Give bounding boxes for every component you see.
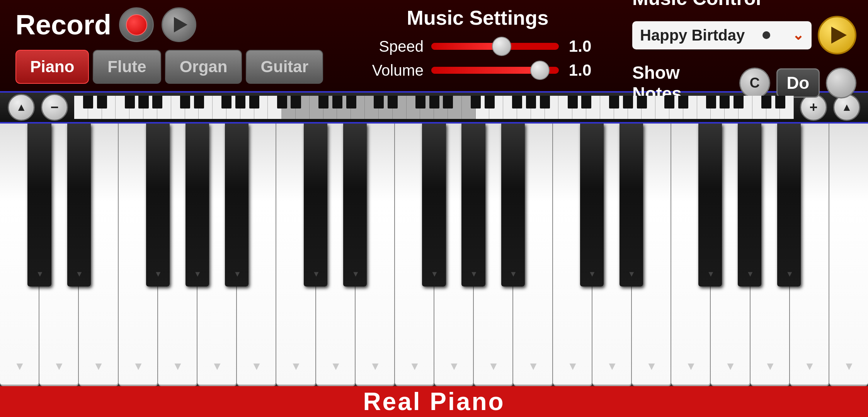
white-key[interactable] (829, 124, 868, 386)
control-title: Music Control (632, 0, 761, 10)
mini-white-key[interactable] (420, 96, 434, 119)
music-settings: Music Settings Speed 1.0 Volume 1.0 (339, 6, 617, 85)
record-button[interactable] (119, 7, 154, 42)
mini-white-key[interactable] (642, 96, 655, 119)
mini-white-key[interactable] (669, 96, 683, 119)
mini-white-key[interactable] (337, 96, 351, 119)
mini-white-key[interactable] (171, 96, 185, 119)
mini-white-key[interactable] (448, 96, 462, 119)
footer-title: Real Piano (363, 387, 505, 416)
black-key[interactable] (698, 124, 722, 286)
record-indicator (126, 14, 147, 36)
mini-white-key[interactable] (254, 96, 268, 119)
zoom-out-button[interactable] (41, 94, 68, 121)
mini-white-key[interactable] (614, 96, 628, 119)
play-button-small[interactable] (162, 7, 196, 42)
black-key[interactable] (777, 124, 801, 286)
mini-white-key[interactable] (655, 96, 669, 119)
mini-white-key[interactable] (310, 96, 323, 119)
mini-white-key[interactable] (226, 96, 240, 119)
mini-white-key[interactable] (323, 96, 337, 119)
mini-white-key[interactable] (558, 96, 572, 119)
mini-white-key[interactable] (365, 96, 379, 119)
mini-white-key[interactable] (586, 96, 600, 119)
mini-white-key[interactable] (129, 96, 143, 119)
mini-white-key[interactable] (739, 96, 752, 119)
speed-track (431, 43, 559, 50)
song-selector[interactable]: Happy Birtday ⌄ (632, 21, 812, 49)
mini-white-key[interactable] (462, 96, 476, 119)
mini-white-key[interactable] (74, 96, 88, 119)
black-key[interactable] (27, 124, 51, 286)
organ-button[interactable]: Organ (165, 50, 242, 84)
mini-white-key[interactable] (143, 96, 157, 119)
black-key[interactable] (738, 124, 761, 286)
mini-white-key[interactable] (199, 96, 213, 119)
piano-button[interactable]: Piano (15, 50, 89, 84)
mini-white-key[interactable] (240, 96, 254, 119)
mini-white-key[interactable] (503, 96, 517, 119)
mini-white-key[interactable] (296, 96, 310, 119)
black-key[interactable] (461, 124, 485, 286)
volume-slider-row: Volume 1.0 (362, 61, 594, 80)
mini-white-key[interactable] (351, 96, 365, 119)
black-key[interactable] (304, 124, 327, 286)
black-key[interactable] (343, 124, 367, 286)
note-do-button[interactable]: Do (776, 68, 820, 98)
mini-white-key[interactable] (282, 96, 296, 119)
black-key[interactable] (146, 124, 170, 286)
black-key[interactable] (67, 124, 91, 286)
instrument-buttons: Piano Flute Organ Guitar (15, 50, 323, 84)
settings-knob[interactable] (826, 68, 856, 98)
mini-white-key[interactable] (725, 96, 739, 119)
mini-white-key[interactable] (780, 96, 794, 119)
mini-white-key[interactable] (697, 96, 711, 119)
record-title-row: Record (15, 7, 196, 42)
speed-fill (431, 43, 502, 50)
speed-thumb[interactable] (492, 37, 511, 56)
mini-white-key[interactable] (185, 96, 199, 119)
black-key[interactable] (422, 124, 446, 286)
record-section: Record Piano Flute Organ Guitar (15, 7, 323, 84)
volume-fill (431, 67, 540, 74)
mini-white-key[interactable] (572, 96, 586, 119)
black-key[interactable] (186, 124, 209, 286)
play-button-large[interactable] (818, 16, 856, 54)
mini-white-key[interactable] (531, 96, 545, 119)
mini-white-key[interactable] (683, 96, 697, 119)
black-key[interactable] (620, 124, 643, 286)
mini-white-key[interactable] (628, 96, 642, 119)
mini-white-key[interactable] (752, 96, 766, 119)
black-key[interactable] (580, 124, 604, 286)
mini-white-key[interactable] (379, 96, 393, 119)
mini-white-key[interactable] (545, 96, 559, 119)
mini-white-key[interactable] (116, 96, 129, 119)
mini-keyboard: (function(){ var container = document.cu… (74, 96, 794, 119)
mini-white-key[interactable] (476, 96, 490, 119)
mini-white-key[interactable] (711, 96, 725, 119)
mini-white-key[interactable] (434, 96, 448, 119)
mini-white-key[interactable] (213, 96, 226, 119)
volume-label: Volume (362, 62, 424, 79)
record-title: Record (15, 9, 111, 41)
mini-white-key[interactable] (157, 96, 171, 119)
octave-up-button[interactable] (8, 94, 35, 121)
music-control: Music Control Happy Birtday ⌄ Show Notes… (632, 0, 856, 104)
mini-white-key[interactable] (88, 96, 102, 119)
mini-white-key[interactable] (268, 96, 282, 119)
mini-white-key[interactable] (102, 96, 116, 119)
flute-button[interactable]: Flute (93, 50, 161, 84)
black-key[interactable] (501, 124, 525, 286)
settings-title: Music Settings (407, 6, 549, 29)
mini-white-key[interactable] (393, 96, 407, 119)
guitar-button[interactable]: Guitar (246, 50, 323, 84)
black-key[interactable] (225, 124, 248, 286)
mini-white-key[interactable] (766, 96, 780, 119)
mini-white-key[interactable] (407, 96, 420, 119)
speed-label: Speed (362, 38, 424, 55)
note-c-button[interactable]: C (739, 68, 770, 98)
mini-white-key[interactable] (489, 96, 503, 119)
mini-white-key[interactable] (600, 96, 614, 119)
volume-thumb[interactable] (530, 61, 550, 80)
mini-white-key[interactable] (517, 96, 531, 119)
